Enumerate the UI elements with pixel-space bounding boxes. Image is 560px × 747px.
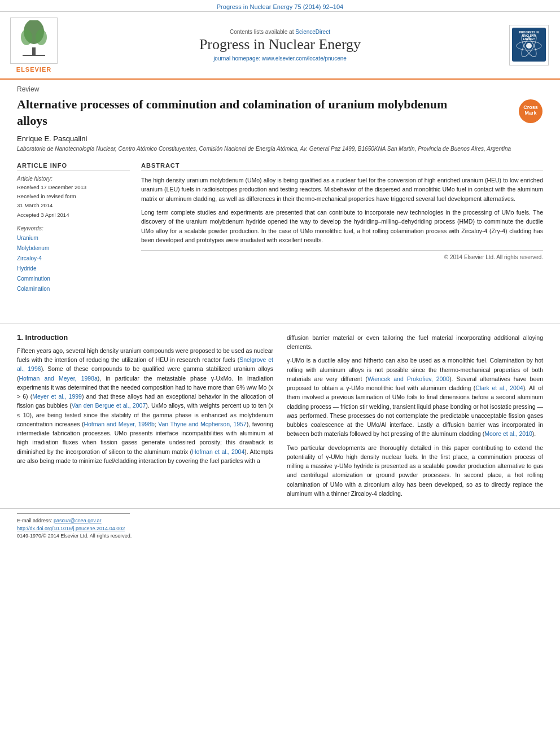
ref-clark2004[interactable]: Clark et al., 2004 [475,385,523,391]
journal-homepage: journal homepage: www.elsevier.com/locat… [56,55,504,62]
author-name: Enrique E. Pasqualini [17,134,543,143]
article-section-tag: Review [17,85,543,93]
sciencedirect-link[interactable]: ScienceDirect [295,29,330,35]
article-info-panel: ARTICLE INFO Article history: Received 1… [17,162,130,294]
nuclear-logo-box: PROGRESS IN NUCLEAR ENERGY [509,25,549,65]
article-info-header: ARTICLE INFO [17,162,130,171]
right-body-column: diffusion barrier material or even tailo… [287,333,543,503]
crossmark-badge[interactable]: Cross Mark [518,99,543,125]
ref-vanthyne[interactable]: Van Thyne and Mcpherson, 1957 [158,421,247,427]
section1-body-right: diffusion barrier material or even tailo… [287,333,543,499]
abstract-text: The high density uranium molybdenum (UMo… [141,176,543,244]
nuclear-logo: PROGRESS IN NUCLEAR ENERGY [504,25,549,65]
keywords-section: Keywords: Uranium Molybdenum Zircaloy-4 … [17,225,130,294]
svg-text:ENERGY: ENERGY [523,37,535,41]
svg-point-6 [526,43,532,49]
ref-moore2010[interactable]: Moore et al., 2010 [484,430,532,437]
journal-title: Progress in Nuclear Energy [56,36,504,53]
footnote-rule [17,513,130,514]
svg-point-2 [21,29,32,45]
svg-rect-0 [32,47,36,55]
journal-header-center: Contents lists available at ScienceDirec… [56,29,504,62]
email-footnote: E-mail address: pascua@cnea.gov.ar [17,517,543,525]
ref-hofman1998a[interactable]: Hofman and Meyer, 1998a [19,375,98,382]
title-row: Alternative processes of comminution and… [17,97,543,134]
section1-body-left: Fifteen years ago, several high density … [17,346,273,465]
issn-footnote: 0149-1970/© 2014 Elsevier Ltd. All right… [17,532,543,540]
doi-link[interactable]: http://dx.doi.org/10.1016/j.pnucene.2014… [17,526,125,531]
elsevier-logo: ELSEVIER [11,18,56,73]
svg-point-3 [36,29,47,45]
ref-hofman2004[interactable]: Hofman et al., 2004 [192,448,244,455]
author-affiliation: Laboratorio de Nanotecnología Nuclear, C… [17,145,543,153]
elsevier-tree-icon [10,18,58,64]
keyword-list: Uranium Molybdenum Zircaloy-4 Hydride Co… [17,233,130,294]
abstract-header: ABSTRACT [141,162,543,171]
journal-reference: Progress in Nuclear Energy 75 (2014) 92–… [0,0,560,12]
footnote-area: E-mail address: pascua@cnea.gov.ar http:… [0,508,560,543]
article-info-abstract-row: ARTICLE INFO Article history: Received 1… [17,162,543,294]
received-date: Received 17 December 2013 Received in re… [17,183,130,220]
copyright-notice: © 2014 Elsevier Ltd. All rights reserved… [141,250,543,260]
journal-header: ELSEVIER Contents lists available at Sci… [0,12,560,80]
abstract-panel: ABSTRACT The high density uranium molybd… [141,162,543,294]
sciencedirect-label: Contents lists available at ScienceDirec… [56,29,504,35]
ref-snelgrove[interactable]: Snelgrove et al., 1996 [17,356,273,372]
main-body: 1. Introduction Fifteen years ago, sever… [0,333,560,503]
left-body-column: 1. Introduction Fifteen years ago, sever… [17,333,273,503]
history-label: Article history: [17,176,130,182]
section1-title: 1. Introduction [17,333,273,342]
doi-footnote: http://dx.doi.org/10.1016/j.pnucene.2014… [17,525,543,533]
ref-meyer1999[interactable]: Meyer et al., 1999 [32,393,82,400]
section-divider [0,324,560,324]
svg-text:Mark: Mark [524,110,537,116]
elsevier-wordmark: ELSEVIER [16,66,51,73]
article-history: Article history: Received 17 December 20… [17,176,130,220]
content-area: Review Alternative processes of comminut… [0,80,560,314]
email-link[interactable]: pascua@cnea.gov.ar [54,518,102,523]
ref-wiencek[interactable]: Wiencek and Prokofiev, 2000 [368,375,449,382]
ref-vandenbergue[interactable]: Van den Bergue et al., 2007 [72,402,146,409]
article-title: Alternative processes of comminution and… [17,97,480,129]
svg-text:Cross: Cross [523,104,538,110]
keywords-label: Keywords: [17,225,130,231]
ref-hofman1998b[interactable]: Hofman and Meyer, 1998b [84,421,154,427]
